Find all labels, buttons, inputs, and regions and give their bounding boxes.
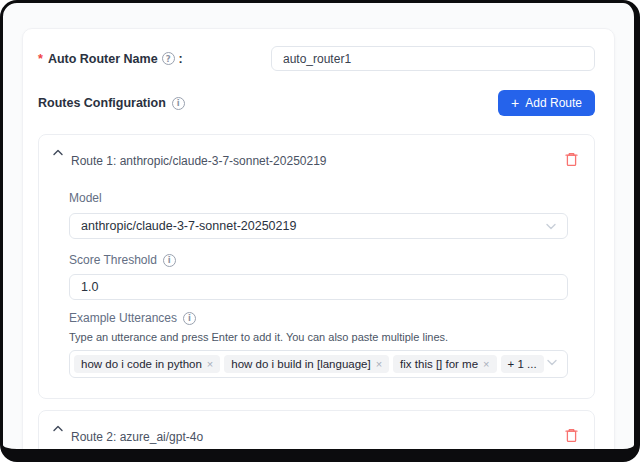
- example-utterances-label-text: Example Utterances: [69, 311, 177, 325]
- utterance-tag-text: fix this [] for me: [400, 358, 478, 370]
- model-label-text: Model: [69, 191, 102, 205]
- chevron-down-icon: [547, 359, 557, 366]
- name-row: * Auto Router Name ? :: [38, 46, 595, 71]
- auto-router-name-label-text: Auto Router Name: [48, 52, 158, 66]
- remove-tag-icon[interactable]: ×: [483, 358, 489, 370]
- example-utterances-label: Example Utterances i: [69, 311, 568, 325]
- delete-route-trash-icon[interactable]: [565, 428, 578, 443]
- routes-config-row: Routes Configuration i + Add Route: [38, 90, 595, 116]
- delete-route-trash-icon[interactable]: [565, 152, 578, 167]
- utterance-tag: fix this [] for me ×: [393, 355, 496, 373]
- collapse-chevron-up-icon[interactable]: [51, 147, 65, 158]
- info-icon[interactable]: i: [183, 312, 196, 325]
- model-select-value: anthropic/claude-3-7-sonnet-20250219: [81, 219, 296, 233]
- score-threshold-input[interactable]: [69, 274, 568, 300]
- utterance-tag-text: how do i code in python: [81, 358, 202, 370]
- route-1-title: Route 1: anthropic/claude-3-7-sonnet-202…: [71, 154, 327, 168]
- collapse-chevron-up-icon[interactable]: [51, 423, 65, 434]
- auto-router-form: * Auto Router Name ? : Routes Configurat…: [22, 28, 615, 462]
- score-threshold-label: Score Threshold i: [69, 253, 568, 267]
- route-2-header: Route 2: azure_ai/gpt-4o: [51, 422, 578, 444]
- overflow-count-tag[interactable]: + 1 ...: [501, 355, 544, 373]
- model-label: Model: [69, 191, 568, 205]
- plus-icon: +: [511, 96, 519, 110]
- window-frame: * Auto Router Name ? : Routes Configurat…: [0, 0, 640, 462]
- route-1-header: Route 1: anthropic/claude-3-7-sonnet-202…: [51, 146, 578, 168]
- route-2-title: Route 2: azure_ai/gpt-4o: [71, 430, 203, 444]
- auto-router-name-input[interactable]: [271, 46, 595, 71]
- auto-router-name-label: * Auto Router Name ? :: [38, 52, 271, 66]
- routes-config-label: Routes Configuration i: [38, 96, 185, 110]
- utterance-tag: how do i code in python ×: [74, 355, 220, 373]
- help-icon[interactable]: ?: [162, 52, 175, 65]
- score-threshold-label-text: Score Threshold: [69, 253, 157, 267]
- routes-config-label-text: Routes Configuration: [38, 96, 166, 110]
- utterances-hint: Type an utterance and press Enter to add…: [69, 331, 568, 343]
- required-asterisk: *: [38, 52, 43, 66]
- route-1-body: Model anthropic/claude-3-7-sonnet-202502…: [69, 191, 568, 378]
- info-icon[interactable]: i: [163, 254, 176, 267]
- app-window: * Auto Router Name ? : Routes Configurat…: [0, 0, 640, 462]
- route-card-2: Route 2: azure_ai/gpt-4o: [38, 410, 595, 462]
- remove-tag-icon[interactable]: ×: [207, 358, 213, 370]
- overflow-count-text: + 1 ...: [508, 358, 537, 370]
- add-route-button-label: Add Route: [525, 96, 582, 110]
- chevron-down-icon: [546, 223, 556, 230]
- utterance-tag: how do i build in [language] ×: [224, 355, 389, 373]
- add-route-button[interactable]: + Add Route: [498, 90, 595, 116]
- model-select[interactable]: anthropic/claude-3-7-sonnet-20250219: [69, 213, 568, 239]
- route-card-1: Route 1: anthropic/claude-3-7-sonnet-202…: [38, 134, 595, 399]
- info-icon[interactable]: i: [172, 97, 185, 110]
- remove-tag-icon[interactable]: ×: [376, 358, 382, 370]
- utterance-tag-text: how do i build in [language]: [231, 358, 370, 370]
- utterances-multiselect[interactable]: how do i code in python × how do i build…: [69, 350, 568, 378]
- label-colon: :: [179, 52, 183, 66]
